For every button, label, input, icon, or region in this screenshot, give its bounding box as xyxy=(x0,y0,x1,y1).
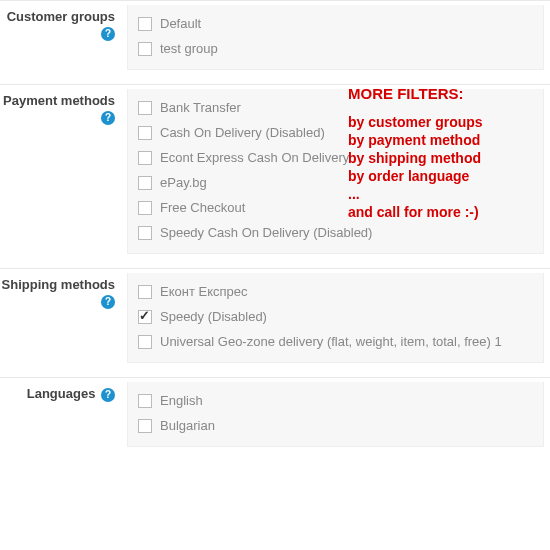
label-text: Payment methods xyxy=(3,93,115,108)
checkbox-label: Bulgarian xyxy=(160,418,215,433)
checkbox-label: Speedy Cash On Delivery (Disabled) xyxy=(160,225,372,240)
label-languages: Languages ? xyxy=(0,378,121,461)
label-text: Shipping methods xyxy=(2,277,115,292)
options-shipping-methods: Еконт Експрес Speedy (Disabled) Universa… xyxy=(127,273,544,363)
checkbox-icon[interactable] xyxy=(138,285,152,299)
checkbox-icon[interactable] xyxy=(138,201,152,215)
checkbox-label: Cash On Delivery (Disabled) xyxy=(160,125,325,140)
annotation-line: ... xyxy=(348,185,360,204)
checkbox-row[interactable]: Speedy (Disabled) xyxy=(138,304,533,329)
checkbox-icon[interactable] xyxy=(138,17,152,31)
help-icon[interactable]: ? xyxy=(101,295,115,309)
annotation-title: MORE FILTERS: xyxy=(348,84,464,104)
checkbox-row[interactable]: Bulgarian xyxy=(138,413,533,438)
checkbox-label: Speedy (Disabled) xyxy=(160,309,267,324)
checkbox-label: ePay.bg xyxy=(160,175,207,190)
label-text: Languages xyxy=(27,386,96,401)
checkbox-label: Еконт Експрес xyxy=(160,284,247,299)
checkbox-label: test group xyxy=(160,41,218,56)
checkbox-icon[interactable] xyxy=(138,226,152,240)
checkbox-label: Free Checkout xyxy=(160,200,245,215)
section-customer-groups: Customer groups ? Default test group xyxy=(0,0,550,84)
checkbox-icon[interactable] xyxy=(138,101,152,115)
checkbox-icon[interactable] xyxy=(138,394,152,408)
annotation-line: by customer groups xyxy=(348,113,483,132)
checkbox-icon[interactable] xyxy=(138,335,152,349)
label-customer-groups: Customer groups ? xyxy=(0,1,121,84)
checkbox-icon[interactable] xyxy=(138,126,152,140)
help-icon[interactable]: ? xyxy=(101,27,115,41)
checkbox-row[interactable]: Universal Geo-zone delivery (flat, weigh… xyxy=(138,329,533,354)
annotation-line: by order language xyxy=(348,167,469,186)
section-languages: Languages ? English Bulgarian xyxy=(0,377,550,461)
section-shipping-methods: Shipping methods ? Еконт Експрес Speedy … xyxy=(0,268,550,377)
checkbox-label: Bank Transfer xyxy=(160,100,241,115)
label-shipping-methods: Shipping methods ? xyxy=(0,269,121,377)
annotation-line: and call for more :-) xyxy=(348,203,479,222)
annotation-line: by payment method xyxy=(348,131,480,150)
checkbox-row[interactable]: test group xyxy=(138,36,533,61)
checkbox-label: English xyxy=(160,393,203,408)
checkbox-label: Econt Express Cash On Delivery xyxy=(160,150,349,165)
checkbox-row[interactable]: Default xyxy=(138,11,533,36)
help-icon[interactable]: ? xyxy=(101,388,115,402)
checkbox-label: Default xyxy=(160,16,201,31)
checkbox-row[interactable]: Еконт Експрес xyxy=(138,279,533,304)
checkbox-row[interactable]: Speedy Cash On Delivery (Disabled) xyxy=(138,220,533,245)
checkbox-icon[interactable] xyxy=(138,42,152,56)
options-customer-groups: Default test group xyxy=(127,5,544,70)
checkbox-icon[interactable] xyxy=(138,151,152,165)
checkbox-label: Universal Geo-zone delivery (flat, weigh… xyxy=(160,334,502,349)
label-payment-methods: Payment methods ? xyxy=(0,85,121,268)
checkbox-icon[interactable] xyxy=(138,310,152,324)
checkbox-row[interactable]: ePay.bg xyxy=(138,170,533,195)
help-icon[interactable]: ? xyxy=(101,111,115,125)
checkbox-icon[interactable] xyxy=(138,419,152,433)
checkbox-icon[interactable] xyxy=(138,176,152,190)
checkbox-row[interactable]: English xyxy=(138,388,533,413)
options-languages: English Bulgarian xyxy=(127,382,544,447)
annotation-line: by shipping method xyxy=(348,149,481,168)
label-text: Customer groups xyxy=(7,9,115,24)
